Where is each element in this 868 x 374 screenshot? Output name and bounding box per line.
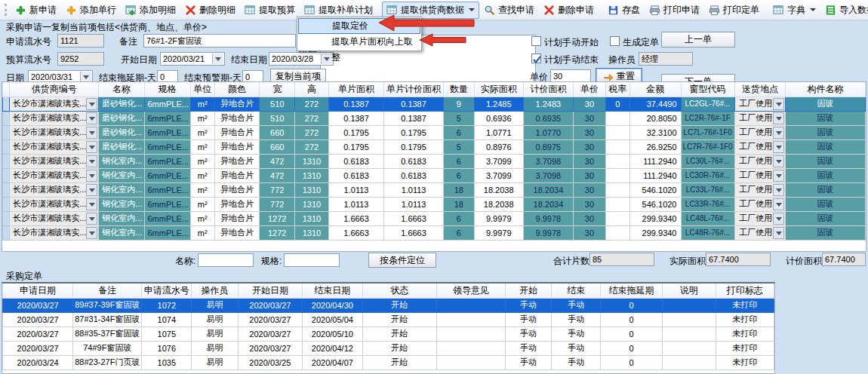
- delivery-dropdown-cell[interactable]: 工厂使用: [734, 111, 786, 125]
- supplier-dropdown-cell[interactable]: 长沙市潇湘玻璃实...: [10, 97, 99, 111]
- supplier-dropdown-cell[interactable]: 长沙市潇湘玻璃实...: [10, 197, 99, 211]
- delivery-dropdown-cell[interactable]: 工厂使用: [734, 168, 786, 182]
- chevron-down-icon[interactable]: [86, 127, 97, 139]
- delivery-dropdown-cell[interactable]: 工厂使用: [734, 154, 786, 168]
- chevron-down-icon[interactable]: [773, 198, 784, 210]
- name-filter-input[interactable]: [198, 253, 254, 267]
- delivery-dropdown-cell[interactable]: 工厂使用: [734, 97, 786, 111]
- row-selector[interactable]: [3, 125, 10, 139]
- row-selector[interactable]: [3, 211, 10, 225]
- chevron-down-icon[interactable]: [773, 155, 784, 167]
- chevron-down-icon[interactable]: [86, 112, 97, 124]
- budget-no-field[interactable]: [57, 52, 104, 66]
- delivery-dropdown-cell[interactable]: 工厂使用: [734, 225, 786, 240]
- chevron-down-icon[interactable]: [86, 155, 97, 167]
- row-selector[interactable]: [3, 225, 10, 240]
- item-row[interactable]: 长沙市潇湘玻璃实... 磨砂钢化... 6mmPLE... m² 异地合片 51…: [3, 111, 866, 125]
- supplier-dropdown-cell[interactable]: 长沙市潇湘玻璃实...: [10, 168, 99, 182]
- gen-order-checkbox[interactable]: [610, 36, 620, 46]
- new-apply-button[interactable]: 新申请: [11, 2, 61, 19]
- dictionary-button[interactable]: 字典: [768, 2, 820, 19]
- row-selector[interactable]: [3, 111, 10, 125]
- delivery-dropdown-cell[interactable]: 工厂使用: [734, 139, 786, 154]
- order-row[interactable]: 2020/03/27 74#9F窗固玻 1076 易明 2020/03/27 2…: [3, 341, 774, 355]
- chevron-down-icon[interactable]: [80, 72, 91, 82]
- manual-end-checkbox[interactable]: [531, 54, 541, 63]
- item-row[interactable]: 长沙市潇湘玻璃实... 钢化室内... 6mmPLE... m² 异地合片 77…: [3, 182, 866, 197]
- chevron-down-icon[interactable]: [86, 184, 97, 196]
- chevron-down-icon[interactable]: [86, 98, 97, 110]
- amount-cell: 299.9340: [630, 225, 681, 240]
- import-data-button[interactable]: 导入数据: [820, 2, 868, 19]
- remark-field[interactable]: [143, 34, 296, 48]
- prev-order-button[interactable]: 上一单: [661, 32, 735, 48]
- chevron-down-icon[interactable]: [773, 141, 784, 153]
- extract-budget-button[interactable]: 提取预算: [240, 2, 300, 19]
- chevron-down-icon[interactable]: [773, 227, 784, 239]
- add-detail-button[interactable]: 添加明细: [121, 2, 180, 19]
- row-selector[interactable]: [3, 197, 10, 211]
- chevron-down-icon[interactable]: [86, 170, 97, 182]
- delivery-dropdown-cell[interactable]: 工厂使用: [734, 182, 786, 197]
- row-selector[interactable]: [3, 168, 10, 182]
- menu-item-extract-pricing[interactable]: 提取定价: [298, 18, 420, 34]
- chevron-down-icon[interactable]: [86, 213, 97, 225]
- supplier-dropdown-cell[interactable]: 长沙市潇湘玻璃实...: [10, 111, 99, 125]
- supplier-dropdown-cell[interactable]: 长沙市潇湘玻璃实...: [10, 125, 99, 139]
- item-row[interactable]: 长沙市潇湘玻璃实... 钢化室内... 6mmPLE... m² 异地合片 47…: [3, 154, 866, 168]
- chevron-down-icon[interactable]: [212, 54, 223, 64]
- order-row[interactable]: 2020/03/27 87#31-34F窗固玻 1074 易明 2020/03/…: [3, 312, 774, 326]
- delete-apply-button[interactable]: 删除申请: [539, 2, 599, 19]
- apply-no-label: 申请流水号: [6, 36, 51, 47]
- save-button[interactable]: 存盘: [603, 2, 645, 19]
- chevron-down-icon[interactable]: [773, 184, 784, 196]
- supplier-dropdown-cell[interactable]: 长沙市潇湘玻璃实...: [10, 182, 99, 197]
- calc-area-cell: 9.9978: [523, 225, 574, 240]
- item-row[interactable]: 长沙市潇湘玻璃实... 钢化室内... 6mmPLE... m² 异地合片 12…: [3, 211, 866, 225]
- start-date-picker[interactable]: 2020/03/21: [160, 52, 225, 66]
- spec-filter-input[interactable]: [284, 253, 340, 267]
- row-selector[interactable]: [3, 97, 10, 111]
- chevron-down-icon[interactable]: [773, 170, 784, 182]
- supplier-dropdown-cell[interactable]: 长沙市潇湘玻璃实...: [10, 225, 99, 240]
- row-selector[interactable]: [3, 139, 10, 154]
- item-row[interactable]: 长沙市潇湘玻璃实... 钢化室内... 6mmPLE... m² 异地合片 47…: [3, 168, 866, 182]
- chevron-down-icon[interactable]: [773, 98, 784, 110]
- supplier-dropdown-cell[interactable]: 长沙市潇湘玻璃实...: [10, 139, 99, 154]
- item-row[interactable]: 长沙市潇湘玻璃实... 磨砂钢化... 6mmPLE... m² 异地合片 66…: [3, 139, 866, 154]
- chevron-down-icon[interactable]: [86, 141, 97, 153]
- item-row[interactable]: 长沙市潇湘玻璃实... 钢化室内... 6mmPLE... m² 异地合片 77…: [3, 197, 866, 211]
- print-order-button[interactable]: 打印定单: [704, 2, 764, 19]
- supplier-dropdown-cell[interactable]: 长沙市潇湘玻璃实...: [10, 154, 99, 168]
- search-apply-button[interactable]: 查找申请: [479, 2, 539, 19]
- order-row[interactable]: 2020/03/24 88#23-27F门页玻 1035 易明 2020/03/…: [3, 355, 774, 369]
- calc-area-cell: 0.8975: [523, 139, 574, 154]
- delivery-dropdown-cell[interactable]: 工厂使用: [734, 125, 786, 139]
- row-selector[interactable]: [3, 182, 10, 197]
- item-row[interactable]: 长沙市潇湘玻璃实... 钢化室内... 6mmPLE... m² 异地合片 12…: [3, 225, 866, 240]
- supplier-dropdown-cell[interactable]: 长沙市潇湘玻璃实...: [10, 211, 99, 225]
- menu-item-extract-round-up[interactable]: 提取单片面积向上取整: [298, 34, 420, 50]
- chevron-down-icon[interactable]: [773, 213, 784, 225]
- row-selector[interactable]: [3, 154, 10, 168]
- item-row[interactable]: 长沙市潇湘玻璃实... 磨砂钢化... 6mmPLE... m² 异地合片 51…: [3, 97, 866, 111]
- chevron-down-icon[interactable]: [773, 127, 784, 139]
- chevron-down-icon[interactable]: [321, 54, 332, 64]
- end-date-picker[interactable]: 2020/03/28: [269, 52, 334, 66]
- chevron-down-icon[interactable]: [86, 198, 97, 210]
- print-apply-button[interactable]: 打印申请: [645, 2, 704, 19]
- order-row[interactable]: 2020/03/27 88#35-37F窗固玻 1075 易明 2020/03/…: [3, 326, 774, 341]
- add-row-button[interactable]: 添加单行: [61, 2, 121, 19]
- manual-start-checkbox[interactable]: [531, 36, 541, 46]
- delete-detail-button[interactable]: 删除明细: [180, 2, 240, 19]
- apply-no-field[interactable]: [57, 34, 104, 48]
- toolbar-drag-handle[interactable]: [5, 4, 7, 16]
- item-row[interactable]: 长沙市潇湘玻璃实... 磨砂钢化... 6mmPLE... m² 异地合片 66…: [3, 125, 866, 139]
- chevron-down-icon[interactable]: [86, 227, 97, 239]
- operator-field[interactable]: [639, 52, 693, 66]
- chevron-down-icon[interactable]: [773, 112, 784, 124]
- order-row[interactable]: 2020/03/27 89#37-39F窗固玻 1072 易明 2020/03/…: [3, 298, 774, 312]
- locate-by-condition-button[interactable]: 按条件定位: [368, 253, 436, 268]
- delivery-dropdown-cell[interactable]: 工厂使用: [734, 197, 786, 211]
- delivery-dropdown-cell[interactable]: 工厂使用: [734, 211, 786, 225]
